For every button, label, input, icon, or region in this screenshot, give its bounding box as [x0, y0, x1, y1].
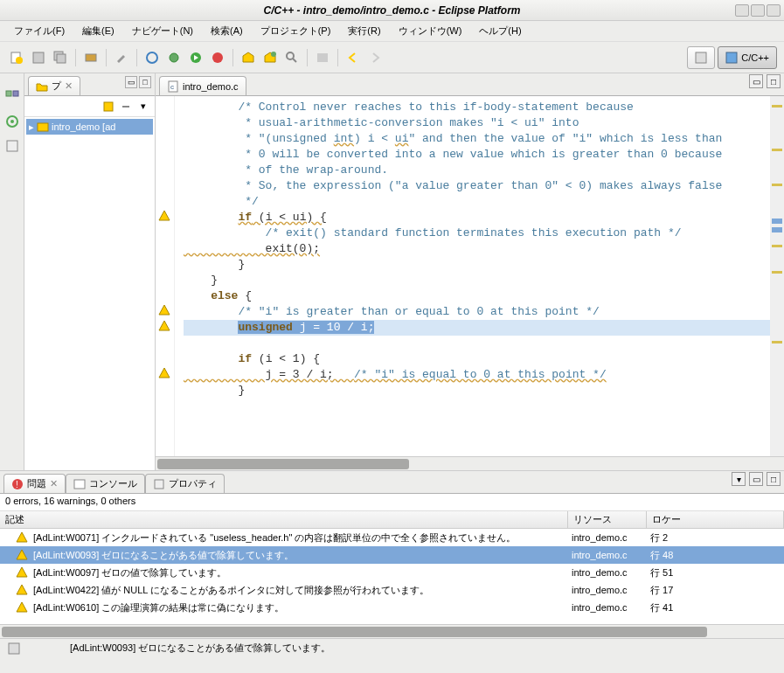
- menu-project[interactable]: プロジェクト(P): [252, 22, 340, 40]
- svg-rect-29: [9, 643, 19, 654]
- cell-location: 行 48: [645, 549, 784, 562]
- new-button[interactable]: [7, 48, 26, 67]
- menu-run[interactable]: 実行(R): [339, 22, 389, 40]
- toggle-button[interactable]: [313, 48, 332, 67]
- code-editor: c intro_demo.c ▭ □ /* Control never reac…: [156, 73, 784, 470]
- cell-location: 行 2: [645, 531, 784, 545]
- table-row[interactable]: [AdLint:W0422] 値が NULL になることがあるポインタに対して間…: [0, 581, 784, 599]
- status-text: [AdLint:W0093] ゼロになることがある値で除算しています。: [70, 642, 330, 655]
- table-row[interactable]: [AdLint:W0071] インクルードされている "useless_head…: [0, 529, 784, 546]
- svg-rect-14: [696, 52, 706, 63]
- project-explorer: プ ✕ ▭ □ ▾ ▸ intro_demo [ad: [24, 73, 156, 470]
- collapse-all-button[interactable]: [101, 99, 116, 114]
- col-resource[interactable]: リソース: [568, 511, 647, 528]
- warning-marker-icon[interactable]: [158, 367, 170, 379]
- status-bar: [AdLint:W0093] ゼロになることがある値で除算しています。: [0, 638, 784, 657]
- open-type-button[interactable]: [239, 48, 258, 67]
- menu-help[interactable]: ヘルプ(H): [470, 22, 530, 40]
- external-tools-button[interactable]: [208, 48, 227, 67]
- cell-resource: intro_demo.c: [566, 550, 645, 560]
- save-all-button[interactable]: [51, 48, 70, 67]
- warning-marker-icon[interactable]: [158, 304, 170, 316]
- problems-hscrollbar[interactable]: [0, 624, 784, 638]
- table-row[interactable]: [AdLint:W0610] この論理演算の結果は常に偽になります。intro_…: [0, 599, 784, 616]
- col-description[interactable]: 記述: [0, 511, 568, 528]
- project-label: intro_demo [ad: [52, 121, 115, 132]
- maximize-button[interactable]: [751, 4, 765, 17]
- link-editor-button[interactable]: [118, 99, 134, 114]
- expand-icon[interactable]: ▸: [29, 121, 34, 133]
- editor-tab-label: intro_demo.c: [183, 81, 239, 92]
- panel-menu-button[interactable]: ▾: [732, 472, 746, 486]
- cell-desc: [AdLint:W0097] ゼロの値で除算しています。: [28, 566, 566, 579]
- tasks-icon[interactable]: [4, 138, 20, 154]
- code-area[interactable]: /* Control never reaches to this if-body…: [175, 96, 784, 456]
- at-button[interactable]: [142, 48, 162, 67]
- hammer-button[interactable]: [112, 48, 131, 67]
- targets-icon[interactable]: [4, 114, 20, 129]
- menu-edit[interactable]: 編集(E): [73, 22, 123, 40]
- nav-back-button[interactable]: [343, 48, 363, 67]
- menu-file[interactable]: ファイル(F): [5, 22, 73, 40]
- cell-location: 行 51: [645, 566, 784, 579]
- search-button[interactable]: [282, 48, 302, 67]
- warning-icon: [16, 601, 28, 614]
- tab-close-icon[interactable]: ✕: [65, 80, 73, 92]
- window-title: C/C++ - intro_demo/intro_demo.c - Eclips…: [263, 4, 520, 17]
- tab-close-icon[interactable]: ✕: [50, 478, 58, 489]
- panel-maximize-button[interactable]: □: [767, 472, 781, 486]
- run-button[interactable]: [186, 48, 205, 67]
- minimize-button[interactable]: [735, 4, 749, 17]
- cell-location: 行 41: [645, 601, 784, 614]
- panel-minimize-button[interactable]: ▭: [749, 472, 763, 486]
- tab-properties[interactable]: プロパティ: [145, 474, 225, 493]
- save-button[interactable]: [29, 48, 48, 67]
- problems-summary: 0 errors, 16 warnings, 0 others: [0, 494, 784, 511]
- task-button[interactable]: [260, 48, 280, 67]
- perspective-cpp-button[interactable]: C/C++: [718, 46, 777, 69]
- nav-forward-button[interactable]: [365, 48, 385, 67]
- svg-point-19: [10, 120, 14, 123]
- menu-search[interactable]: 検索(A): [202, 22, 252, 40]
- tree-item-project[interactable]: ▸ intro_demo [ad: [26, 119, 153, 135]
- cell-resource: intro_demo.c: [566, 567, 645, 578]
- editor-content[interactable]: /* Control never reaches to this if-body…: [156, 96, 784, 456]
- tab-problems[interactable]: ! 問題 ✕: [3, 474, 66, 493]
- debug-button[interactable]: [164, 48, 184, 67]
- editor-hscrollbar[interactable]: [156, 456, 784, 470]
- view-menu-button[interactable]: ▾: [135, 99, 151, 114]
- svg-point-7: [170, 53, 178, 62]
- perspective-switch-button[interactable]: [687, 46, 715, 69]
- editor-tab[interactable]: c intro_demo.c: [159, 76, 246, 95]
- console-icon: [73, 478, 86, 490]
- table-row[interactable]: [AdLint:W0097] ゼロの値で除算しています。intro_demo.c…: [0, 564, 784, 581]
- problems-icon: !: [11, 478, 24, 490]
- menu-window[interactable]: ウィンドウ(W): [390, 22, 471, 40]
- perspective-label: C/C++: [741, 52, 769, 63]
- warning-marker-icon[interactable]: [158, 320, 170, 332]
- table-row[interactable]: [AdLint:W0093] ゼロになることがある値で除算しています。intro…: [0, 546, 784, 564]
- menu-navigate[interactable]: ナビゲート(N): [123, 22, 202, 40]
- explorer-tab[interactable]: プ ✕: [28, 76, 80, 95]
- svg-rect-4: [57, 54, 66, 63]
- warning-marker-icon[interactable]: [158, 210, 170, 222]
- close-button[interactable]: [767, 4, 781, 17]
- tab-problems-label: 問題: [27, 477, 46, 490]
- col-location[interactable]: ロケー: [647, 511, 784, 528]
- outline-icon[interactable]: [4, 89, 20, 105]
- warning-icon: [16, 549, 28, 561]
- main-toolbar: C/C++: [0, 42, 784, 73]
- editor-minimize-button[interactable]: ▭: [749, 74, 763, 88]
- svg-rect-17: [13, 91, 18, 96]
- overview-ruler[interactable]: [770, 96, 784, 456]
- cell-desc: [AdLint:W0093] ゼロになることがある値で除算しています。: [28, 549, 566, 562]
- minimize-view-button[interactable]: ▭: [125, 76, 137, 88]
- properties-icon: [153, 478, 165, 490]
- editor-maximize-button[interactable]: □: [767, 74, 781, 88]
- tab-console[interactable]: コンソール: [66, 474, 145, 493]
- maximize-view-button[interactable]: □: [139, 76, 151, 88]
- svg-text:c: c: [170, 83, 174, 91]
- c-file-icon: c: [167, 80, 179, 93]
- build-button[interactable]: [81, 48, 101, 67]
- svg-line-12: [293, 59, 296, 62]
